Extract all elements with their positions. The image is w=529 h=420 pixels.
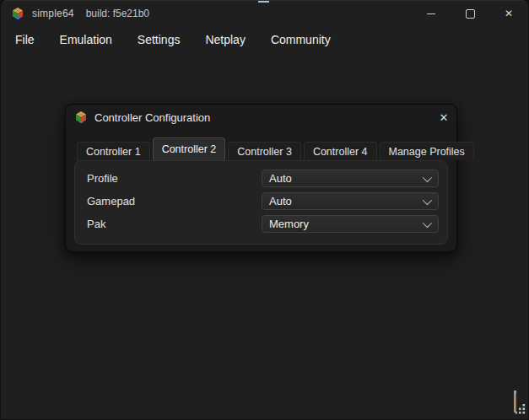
menu-bar: File Emulation Settings Netplay Communit… [1,26,528,53]
pak-label: Pak [87,218,105,230]
dialog-titlebar: Controller Configuration ✕ [66,105,456,130]
minimize-button[interactable] [412,1,451,26]
pak-row: Pak Memory [87,213,439,235]
build-label: build: f5e21b0 [86,8,149,19]
dialog-title: Controller Configuration [94,111,210,124]
gamepad-label: Gamepad [87,195,135,207]
window-title: simple64 [32,8,74,19]
controller-configuration-dialog: Controller Configuration ✕ Controller 1 … [65,104,457,252]
chevron-down-icon [423,195,432,204]
menu-file[interactable]: File [3,29,47,51]
gamepad-row: Gamepad Auto [87,190,439,213]
maximize-button[interactable] [451,1,489,26]
simple64-logo-icon [74,110,88,124]
pak-dropdown[interactable]: Memory [262,215,439,233]
controller-tabs: Controller 1 Controller 2 Controller 3 C… [66,130,456,160]
tab-controller-4[interactable]: Controller 4 [304,142,377,160]
menu-netplay[interactable]: Netplay [192,29,257,51]
tab-controller-2[interactable]: Controller 2 [153,137,226,160]
chevron-down-icon [423,218,432,227]
minimize-icon [427,13,435,14]
profile-label: Profile [87,172,118,185]
tab-controller-3[interactable]: Controller 3 [228,142,301,160]
close-button[interactable]: ✕ [489,1,528,26]
app-window: simple64 build: f5e21b0 ✕ File Emulation… [1,0,528,419]
close-icon: ✕ [440,111,449,124]
profile-row: Profile Auto [87,167,439,190]
menu-settings[interactable]: Settings [125,29,193,51]
menu-emulation[interactable]: Emulation [47,29,125,51]
maximize-icon [466,9,475,19]
profile-dropdown[interactable]: Auto [262,170,439,187]
menu-community[interactable]: Community [258,29,343,51]
tab-pane: Profile Auto Gamepad Auto Pak Memory [74,160,448,245]
dialog-close-button[interactable]: ✕ [431,105,456,130]
gamepad-value: Auto [269,195,292,207]
tab-manage-profiles[interactable]: Manage Profiles [380,142,474,160]
window-controls: ✕ [412,1,528,26]
top-edge-artifact [258,1,269,3]
close-icon: ✕ [505,8,513,19]
gamepad-dropdown[interactable]: Auto [262,192,439,210]
window-titlebar: simple64 build: f5e21b0 ✕ [1,1,528,26]
profile-value: Auto [269,172,292,185]
resize-grip-icon[interactable] [515,403,526,415]
chevron-down-icon [423,172,432,181]
pak-value: Memory [269,218,309,230]
tab-controller-1[interactable]: Controller 1 [77,142,150,160]
simple64-logo-icon [11,7,24,20]
